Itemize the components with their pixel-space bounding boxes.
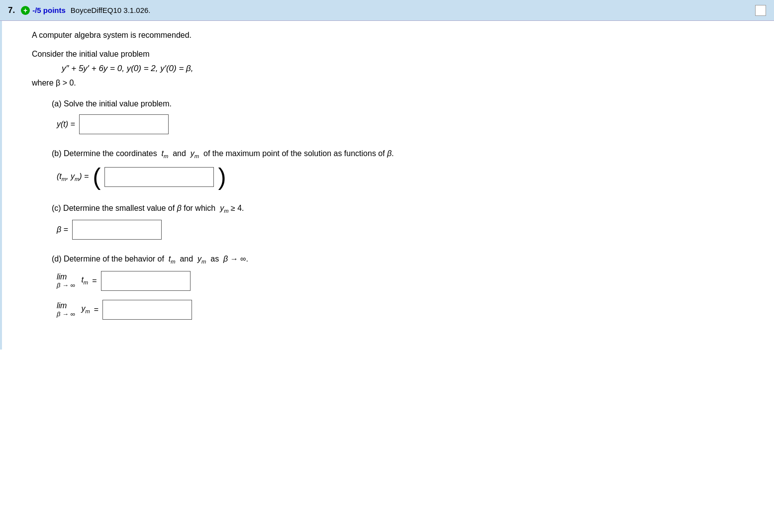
problem-header: 7. + -/5 points BoyceDiffEQ10 3.1.026. bbox=[0, 0, 774, 21]
consider-text: Consider the initial value problem bbox=[32, 50, 759, 59]
part-a-input[interactable] bbox=[79, 114, 169, 134]
lim2-var: ym bbox=[79, 304, 90, 314]
where-text: where β > 0. bbox=[32, 79, 759, 88]
problem-number: 7. bbox=[8, 5, 15, 15]
lim1-sub: β → ∞ bbox=[57, 281, 75, 289]
part-a-answer-label: y(t) = bbox=[57, 120, 75, 129]
part-d-limit2-row: lim β → ∞ ym = bbox=[57, 300, 759, 320]
part-a: (a) Solve the initial value problem. y(t… bbox=[32, 99, 759, 134]
lim2-sub: β → ∞ bbox=[57, 310, 75, 318]
lim1-word: lim bbox=[57, 272, 67, 281]
problem-id: BoyceDiffEQ10 3.1.026. bbox=[71, 6, 151, 14]
part-c-answer-row: β = bbox=[57, 220, 759, 240]
left-paren: ( bbox=[93, 165, 100, 189]
part-c: (c) Determine the smallest value of β fo… bbox=[32, 204, 759, 240]
plus-circle-icon: + bbox=[21, 6, 30, 15]
part-c-answer-label: β = bbox=[57, 225, 68, 234]
limit1-label: lim β → ∞ bbox=[57, 272, 75, 289]
problem-body: A computer algebra system is recommended… bbox=[0, 21, 774, 350]
part-b-input[interactable] bbox=[104, 167, 214, 187]
part-d: (d) Determine of the behavior of tm and … bbox=[32, 255, 759, 319]
part-b-answer-row: (tm, ym) = ( ) bbox=[57, 165, 759, 189]
part-d-input2[interactable] bbox=[102, 300, 192, 320]
part-d-label: (d) Determine of the behavior of tm and … bbox=[52, 255, 759, 265]
part-d-input1[interactable] bbox=[101, 271, 191, 291]
part-a-answer-row: y(t) = bbox=[57, 114, 759, 134]
lim2-equals: = bbox=[94, 305, 98, 314]
part-c-label: (c) Determine the smallest value of β fo… bbox=[52, 204, 759, 214]
intro-text: A computer algebra system is recommended… bbox=[32, 31, 759, 40]
lim1-var: tm bbox=[79, 275, 88, 285]
part-c-input[interactable] bbox=[72, 220, 162, 240]
lim1-equals: = bbox=[92, 276, 97, 285]
limit2-label: lim β → ∞ bbox=[57, 301, 75, 318]
points-text: -/5 points bbox=[32, 6, 66, 14]
points-badge: + -/5 points bbox=[21, 6, 66, 15]
lim2-word: lim bbox=[57, 301, 67, 310]
part-b-answer-label: (tm, ym) = bbox=[57, 172, 89, 182]
completion-checkbox[interactable] bbox=[755, 5, 766, 16]
right-paren: ) bbox=[218, 165, 226, 189]
equation-line: y″ + 5y′ + 6y = 0, y(0) = 2, y′(0) = β, bbox=[62, 64, 759, 74]
part-a-label: (a) Solve the initial value problem. bbox=[52, 99, 759, 108]
part-b-label: (b) Determine the coordinates tm and ym … bbox=[52, 149, 759, 159]
part-b: (b) Determine the coordinates tm and ym … bbox=[32, 149, 759, 189]
part-d-limit1-row: lim β → ∞ tm = bbox=[57, 271, 759, 291]
